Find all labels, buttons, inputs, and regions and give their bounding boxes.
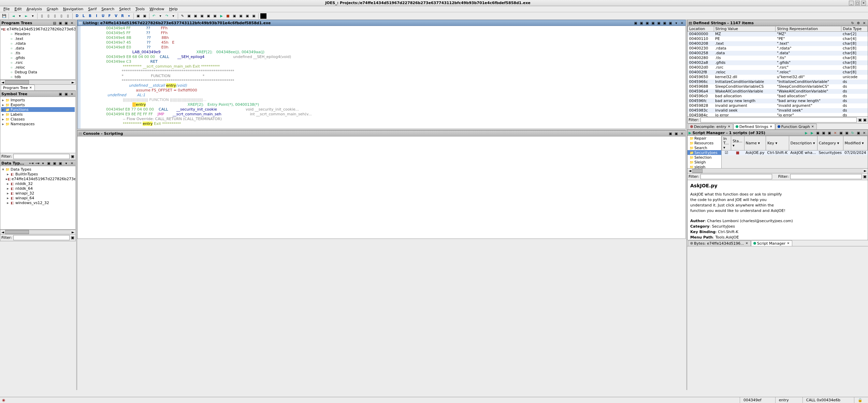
li-i6-icon[interactable]: ▣ [662, 20, 667, 25]
tab-script-manager[interactable]: Script Manager✕ [751, 240, 793, 246]
close-icon[interactable]: ✕ [862, 130, 867, 135]
column-header[interactable]: In T... ▾ [722, 136, 731, 150]
b-icon[interactable]: B [87, 13, 93, 19]
tree-item[interactable]: .gfids [1, 55, 75, 60]
r-icon[interactable]: R [120, 13, 125, 19]
tree-item[interactable]: .data [1, 46, 75, 51]
menu-analysis[interactable]: Analysis [25, 6, 44, 12]
li-paste-icon[interactable]: ▣ [639, 20, 644, 25]
con-i2-icon[interactable]: ▣ [674, 131, 679, 136]
d-icon[interactable]: D [74, 13, 80, 19]
sm-fopt-icon[interactable]: ▣ [863, 174, 867, 179]
minimize-button[interactable]: _ [849, 1, 854, 5]
column-header[interactable]: Sta... ▾ [731, 136, 744, 150]
li-i5-icon[interactable]: ▣ [656, 20, 661, 25]
sm-i3-icon[interactable]: ▣ [827, 130, 832, 135]
column-header[interactable]: Data Type [841, 26, 868, 32]
sm-i5-icon[interactable]: ▣ [844, 130, 849, 135]
symbol-filter-input[interactable] [13, 154, 70, 159]
tree-item-classes[interactable]: ▸Classes [1, 117, 75, 121]
column-header[interactable]: String Value [714, 26, 776, 32]
box5-icon[interactable]: ▣ [212, 13, 218, 19]
table-row[interactable]: 00400000MZ"MZ"char[2] [688, 32, 868, 37]
boxd-icon[interactable]: ▣ [251, 13, 257, 19]
table-row[interactable]: 00400280.tls".tls"char[8] [688, 56, 868, 60]
blocks-icon[interactable] [260, 13, 266, 19]
undo-menu-icon[interactable]: ▾ [158, 13, 163, 19]
tree-item[interactable]: tdb [1, 74, 75, 79]
table-row[interactable]: 004002d0.rsrc".rsrc"char[8] [688, 65, 868, 70]
close-icon[interactable]: ✕ [786, 242, 790, 245]
tree-item[interactable]: .reloc [1, 65, 75, 70]
fwd-menu-icon[interactable]: ▾ [30, 13, 35, 19]
menu-file[interactable]: File [1, 6, 12, 12]
menu-window[interactable]: Window [147, 6, 166, 12]
tree-item-labels[interactable]: ▸Labels [1, 112, 75, 117]
dd-icon[interactable]: ▾ [126, 13, 132, 19]
tab-bytes-e-ffe-d-[interactable]: Bytes: e74ffe1434d5196...✕ [688, 240, 751, 246]
misc2-icon[interactable]: ▣ [142, 13, 147, 19]
table-row[interactable]: 00459650kernel32.dllu"kernel32.dll"unico… [688, 75, 868, 80]
close-icon[interactable]: ✕ [727, 125, 731, 128]
tree-item[interactable]: ▸winapi_64 [1, 196, 75, 200]
sm-i2-icon[interactable]: ▣ [821, 130, 826, 135]
tab-program-tree[interactable]: Program Tree✕ [1, 85, 35, 90]
close-icon[interactable]: ✕ [680, 131, 684, 136]
dt-back-icon[interactable]: ←▾ [29, 161, 34, 165]
folder-item[interactable]: Sleigh [688, 160, 721, 164]
maximize-button[interactable]: □ [855, 1, 860, 5]
sm-run-icon[interactable]: ▶ [804, 130, 809, 135]
li-menu-icon[interactable]: ▾ [674, 20, 679, 25]
sm-i4-icon[interactable]: ▣ [839, 130, 843, 135]
console-header[interactable]: ▤ Console - Scripting ▣ ▣ ✕ [77, 130, 686, 136]
filter-opts-icon[interactable]: ▣ [71, 235, 74, 240]
tab-decompile-entry[interactable]: Decompile: entry✕ [688, 124, 733, 129]
tree-item-namespaces[interactable]: ▸Namespaces [1, 121, 75, 126]
close-icon[interactable]: ✕ [745, 242, 749, 245]
sm-i6-icon[interactable]: ▣ [856, 130, 861, 135]
run-icon[interactable]: ▶ [219, 13, 224, 19]
sm-run2-icon[interactable]: ▶ [810, 130, 814, 135]
menu-edit[interactable]: Edit [12, 6, 24, 12]
nav5-icon[interactable]: ▯ [65, 13, 71, 19]
data-types-header[interactable]: Data Typ... ←▾ →▾ ▾ ▣ ▣ ▣ ▾ ✕ [0, 160, 76, 166]
tree-item[interactable]: .rdata [1, 41, 75, 46]
boxb-icon[interactable]: ▣ [238, 13, 244, 19]
column-header[interactable]: String Representation [776, 26, 841, 32]
table-row[interactable]: 00400208.text".text"char[8] [688, 41, 868, 46]
menu-select[interactable]: Select [117, 6, 133, 12]
table-row[interactable]: 00400230.rdata".rdata"char[8] [688, 46, 868, 51]
tree-item[interactable]: .tls [1, 51, 75, 55]
redo-menu-icon[interactable]: ▾ [171, 13, 176, 19]
ds-f1-icon[interactable]: ▣ [858, 118, 862, 122]
menu-tools[interactable]: Tools [133, 6, 147, 12]
l-icon[interactable]: L [81, 13, 86, 19]
tree-item[interactable]: ▸e74ffe1434d51967d227826b273e637743112bf… [1, 176, 75, 181]
folder-item[interactable]: Selection [688, 155, 721, 160]
menu-sarif[interactable]: Sarif [86, 6, 99, 12]
column-header[interactable]: Name ▾ [744, 136, 766, 150]
column-header[interactable]: Key ▾ [766, 136, 789, 150]
tab-function-graph[interactable]: Function Graph✕ [775, 124, 817, 129]
st-i2-icon[interactable]: ▣ [64, 91, 69, 96]
close-icon[interactable]: ✕ [70, 20, 74, 25]
tree-item[interactable]: ▸winapi_32 [1, 191, 75, 196]
u-icon[interactable]: U [100, 13, 106, 19]
sm-del-icon[interactable]: ✕ [833, 130, 838, 135]
save-icon[interactable]: 💾 [1, 13, 7, 19]
st-i1-icon[interactable]: ▣ [58, 91, 63, 96]
nav3-icon[interactable]: ▯ [52, 13, 58, 19]
tree-item[interactable]: .rsrc [1, 60, 75, 65]
table-row[interactable]: 00400258.data".data"char[8] [688, 51, 868, 56]
boxc-icon[interactable]: ▣ [245, 13, 250, 19]
nav1-icon[interactable]: ▯ [39, 13, 45, 19]
dt-menu-icon[interactable]: ▾ [64, 161, 69, 165]
table-row[interactable]: 004002a8.gfids".gfids"char[8] [688, 60, 868, 65]
ds-gear-icon[interactable]: ⚙ [856, 20, 861, 25]
sm-refresh-icon[interactable]: ↻ [850, 130, 855, 135]
close-icon[interactable]: ✕ [811, 125, 814, 128]
filter-opts-icon[interactable]: ▣ [71, 154, 74, 159]
dt-filter-input[interactable] [13, 235, 70, 240]
tree-item-imports[interactable]: ▸Imports [1, 98, 75, 102]
f-icon[interactable]: F [107, 13, 112, 19]
